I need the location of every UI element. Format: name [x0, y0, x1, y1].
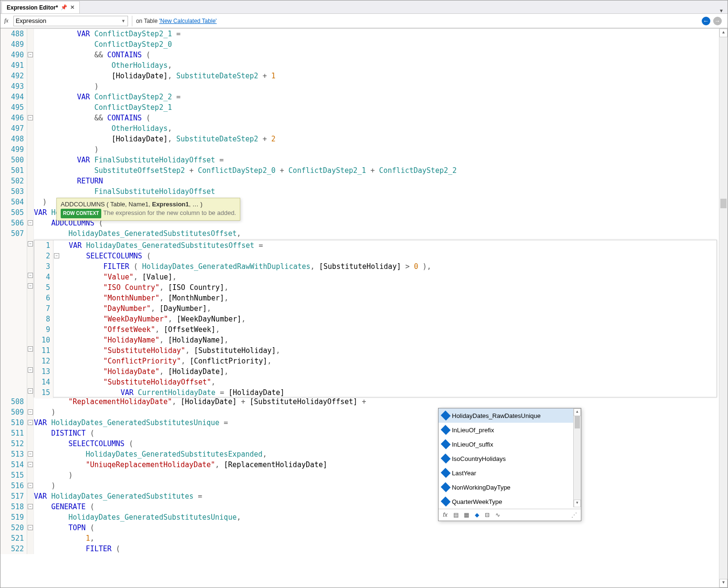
filter-other-icon[interactable]: ∿ — [494, 511, 502, 519]
fold-toggle[interactable]: − — [28, 283, 33, 289]
intellisense-item[interactable]: InLieuOf_prefix — [439, 423, 581, 437]
fold-toggle[interactable]: − — [28, 451, 33, 457]
fx-label: fx — [2, 17, 11, 24]
tab-overflow-dropdown[interactable]: ▼ — [719, 8, 728, 13]
intellisense-item[interactable]: InLieuOf_suffix — [439, 437, 581, 451]
scroll-down[interactable]: ▾ — [719, 579, 728, 588]
fold-toggle[interactable]: − — [28, 220, 33, 225]
chevron-down-icon: ▼ — [121, 19, 126, 23]
editor[interactable]: 4884894904914924934944954964974984995005… — [0, 28, 728, 588]
nav-arrows: ← → — [702, 17, 726, 25]
line-gutter: 4884894904914924934944954964974984995005… — [0, 29, 27, 554]
fold-column[interactable]: −−−−−−−−−−−−−−−− — [27, 29, 34, 554]
expression-dropdown[interactable]: Expression ▼ — [13, 16, 128, 26]
filter-fx-icon[interactable]: fx — [441, 511, 449, 519]
on-table-text: on Table — [136, 18, 160, 24]
close-icon[interactable]: ✕ — [70, 4, 75, 11]
intellisense-item-label: QuarterWeekType — [452, 498, 502, 505]
intellisense-item[interactable]: IsoCountryHolidays — [439, 451, 581, 466]
intellisense-item[interactable]: HolidayDates_RawDatesUnique — [439, 408, 581, 423]
inner-line-gutter: 123456789101112131415 — [34, 240, 54, 398]
inline-definition-editor[interactable]: 123456789101112131415 − VAR HolidayDates… — [34, 240, 717, 397]
tooltip-signature: ADDCOLUMNS ( Table, Name1, Expression1, … — [61, 200, 236, 209]
intellisense-scrollbar[interactable]: ▴ ▾ — [573, 408, 581, 507]
fold-toggle[interactable]: − — [28, 52, 33, 57]
signature-tooltip: ADDCOLUMNS ( Table, Name1, Expression1, … — [56, 198, 240, 221]
fold-toggle[interactable]: − — [28, 462, 33, 467]
intellisense-item-label: InLieuOf_suffix — [452, 441, 493, 448]
intellisense-item[interactable]: NonWorkingDayType — [439, 480, 581, 494]
inner-code-area[interactable]: VAR HolidayDates_GeneratedSubstitutesOff… — [60, 240, 431, 398]
intellisense-items[interactable]: HolidayDates_RawDatesUniqueInLieuOf_pref… — [439, 408, 581, 509]
editor-scrollbar[interactable]: ▴ ▾ — [719, 29, 728, 588]
fold-toggle[interactable]: − — [28, 420, 33, 425]
fold-toggle[interactable]: − — [28, 346, 33, 352]
intellisense-item[interactable]: QuarterWeekType — [439, 494, 581, 509]
fold-toggle[interactable]: − — [28, 367, 33, 373]
table-icon — [441, 439, 451, 449]
fold-toggle[interactable]: − — [28, 409, 33, 415]
intellisense-item-label: LastYear — [452, 470, 476, 477]
toolbar-divider — [132, 16, 132, 26]
table-icon — [441, 497, 451, 507]
table-icon — [441, 482, 451, 492]
toolbar: fx Expression ▼ on Table 'New Calculated… — [0, 14, 728, 28]
is-scroll-up[interactable]: ▴ — [574, 408, 581, 416]
fold-toggle[interactable]: − — [28, 388, 33, 394]
tabbar: Expression Editor* 📌 ✕ ▼ — [0, 0, 728, 14]
nav-forward-button: → — [713, 17, 722, 25]
fold-toggle[interactable]: − — [28, 115, 33, 120]
tooltip-desc-row: ROW CONTEXTThe expression for the new co… — [61, 209, 236, 218]
fold-toggle[interactable]: − — [28, 504, 33, 509]
intellisense-item-label: InLieuOf_prefix — [452, 427, 494, 434]
is-scroll-thumb[interactable] — [575, 416, 580, 428]
fold-toggle[interactable]: − — [28, 525, 33, 530]
is-scroll-down[interactable]: ▾ — [574, 500, 581, 507]
tooltip-desc: The expression for the new column to be … — [103, 209, 236, 216]
filter-var-icon[interactable]: ⊟ — [483, 511, 491, 519]
table-icon — [441, 468, 451, 478]
filter-calc-icon[interactable]: ▦ — [462, 511, 470, 519]
nav-back-button[interactable]: ← — [702, 17, 710, 25]
table-link[interactable]: 'New Calculated Table' — [159, 18, 216, 24]
scroll-up[interactable]: ▴ — [719, 29, 728, 37]
active-tab[interactable]: Expression Editor* 📌 ✕ — [1, 1, 80, 13]
fold-toggle[interactable]: − — [28, 273, 33, 278]
intellisense-item-label: IsoCountryHolidays — [452, 455, 506, 462]
resize-grip-icon[interactable]: ⋰ — [570, 511, 578, 519]
intellisense-item-label: NonWorkingDayType — [452, 484, 511, 491]
filter-table-icon[interactable]: ◆ — [473, 511, 481, 519]
pin-icon[interactable]: 📌 — [61, 4, 67, 11]
tab-title: Expression Editor* — [7, 4, 58, 11]
filter-list-icon[interactable]: ▤ — [452, 511, 460, 519]
table-icon — [441, 411, 451, 421]
fold-toggle[interactable]: − — [54, 253, 59, 258]
table-icon — [441, 425, 451, 435]
scroll-thumb[interactable] — [720, 199, 727, 208]
row-context-badge: ROW CONTEXT — [61, 209, 101, 218]
expression-dropdown-value: Expression — [16, 17, 46, 24]
intellisense-popup[interactable]: HolidayDates_RawDatesUniqueInLieuOf_pref… — [438, 408, 581, 521]
fold-toggle[interactable]: − — [28, 483, 33, 488]
table-icon — [441, 454, 451, 464]
on-table-label: on Table 'New Calculated Table' — [136, 18, 217, 24]
intellisense-footer[interactable]: fx ▤ ▦ ◆ ⊟ ∿ ⋰ — [439, 509, 581, 521]
fold-toggle[interactable]: − — [28, 241, 33, 246]
intellisense-item[interactable]: LastYear — [439, 466, 581, 480]
intellisense-item-label: HolidayDates_RawDatesUnique — [452, 412, 541, 419]
